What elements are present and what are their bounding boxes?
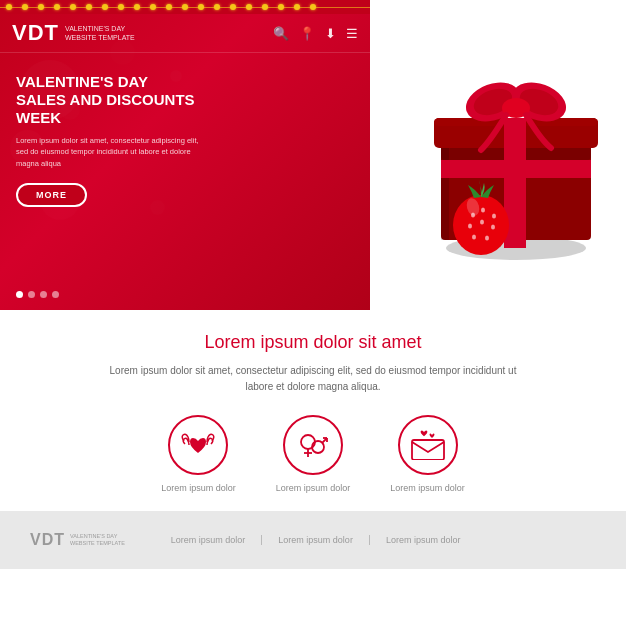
hero-content: VALENTINE'S DAY SALES AND DISCOUNTS WEEK…: [0, 53, 370, 227]
logo-text-block: VALENTINE'S DAY WEBSITE TEMPLATE: [65, 24, 135, 42]
footer-logo-vdt: VDT: [30, 531, 65, 549]
nav-icons: 🔍 📍 ⬇ ☰: [273, 26, 358, 41]
light-dot: [278, 4, 284, 10]
footer-logo: VDT VALENTINE'S DAY WEBSITE TEMPLATE: [30, 531, 125, 549]
middle-title: Lorem ipsum dolor sit amet: [40, 332, 586, 353]
dot-1[interactable]: [16, 291, 23, 298]
middle-section: Lorem ipsum dolor sit amet Lorem ipsum d…: [0, 310, 626, 511]
icon-card-1: Lorem ipsum dolor: [161, 415, 236, 493]
svg-rect-8: [441, 160, 591, 178]
middle-description: Lorem ipsum dolor sit amet, consectetur …: [103, 363, 523, 395]
logo-text-line2: WEBSITE TEMPLATE: [65, 33, 135, 42]
footer: VDT VALENTINE'S DAY WEBSITE TEMPLATE Lor…: [0, 511, 626, 569]
menu-icon[interactable]: ☰: [346, 26, 358, 41]
icon-card-2: Lorem ipsum dolor: [276, 415, 351, 493]
gift-box-svg: [386, 30, 606, 270]
dot-3[interactable]: [40, 291, 47, 298]
light-dot: [294, 4, 300, 10]
footer-link-2[interactable]: Lorem ipsum dolor: [262, 535, 370, 545]
download-icon[interactable]: ⬇: [325, 26, 336, 41]
hero-title: VALENTINE'S DAY SALES AND DISCOUNTS WEEK: [16, 73, 196, 127]
icon-card-2-label: Lorem ipsum dolor: [276, 483, 351, 493]
logo-area: VDT VALENTINE'S DAY WEBSITE TEMPLATE: [12, 20, 273, 46]
dot-2[interactable]: [28, 291, 35, 298]
light-dot: [246, 4, 252, 10]
svg-point-22: [485, 236, 489, 241]
gender-icon: [296, 429, 330, 461]
svg-point-21: [472, 235, 476, 240]
svg-rect-31: [412, 440, 444, 460]
heart-wings-icon-circle: [168, 415, 228, 475]
footer-links: Lorem ipsum dolor Lorem ipsum dolor Lore…: [155, 535, 596, 545]
icon-card-3-label: Lorem ipsum dolor: [390, 483, 465, 493]
light-dot: [150, 4, 156, 10]
footer-link-1[interactable]: Lorem ipsum dolor: [155, 535, 263, 545]
footer-logo-text-line2: WEBSITE TEMPLATE: [70, 540, 125, 547]
svg-point-17: [492, 214, 496, 219]
light-dot: [6, 4, 12, 10]
nav-bar: VDT VALENTINE'S DAY WEBSITE TEMPLATE 🔍 📍…: [0, 14, 370, 53]
light-dot: [230, 4, 236, 10]
light-dot: [118, 4, 124, 10]
light-dot: [22, 4, 28, 10]
gender-icon-circle: [283, 415, 343, 475]
svg-point-18: [468, 224, 472, 229]
light-dot: [86, 4, 92, 10]
svg-point-20: [491, 225, 495, 230]
dot-4[interactable]: [52, 291, 59, 298]
envelope-hearts-icon: [410, 430, 446, 460]
heart-wings-icon: [181, 431, 215, 459]
light-dot: [214, 4, 220, 10]
gift-box-container: [386, 30, 606, 270]
light-dot: [134, 4, 140, 10]
logo-vdt: VDT: [12, 20, 59, 46]
icon-card-1-label: Lorem ipsum dolor: [161, 483, 236, 493]
location-icon[interactable]: 📍: [299, 26, 315, 41]
light-dot: [70, 4, 76, 10]
light-dot: [54, 4, 60, 10]
light-dot: [182, 4, 188, 10]
svg-point-19: [480, 220, 484, 225]
svg-point-16: [481, 208, 485, 213]
footer-logo-text-line1: VALENTINE'S DAY: [70, 533, 125, 540]
icon-card-3: Lorem ipsum dolor: [390, 415, 465, 493]
light-dot: [166, 4, 172, 10]
svg-rect-3: [441, 140, 449, 240]
footer-link-3[interactable]: Lorem ipsum dolor: [370, 535, 477, 545]
envelope-hearts-icon-circle: [398, 415, 458, 475]
svg-point-14: [453, 195, 509, 255]
top-section: VDT VALENTINE'S DAY WEBSITE TEMPLATE 🔍 📍…: [0, 0, 626, 310]
icon-cards: Lorem ipsum dolor Lorem ipsum dolor: [40, 415, 586, 493]
hero-description: Lorem ipsum dolor sit amet, consectetur …: [16, 135, 211, 169]
hero-section: VDT VALENTINE'S DAY WEBSITE TEMPLATE 🔍 📍…: [0, 0, 370, 310]
light-dot: [198, 4, 204, 10]
lights-bar: [0, 0, 370, 14]
light-dot: [262, 4, 268, 10]
hero-dots: [16, 291, 59, 298]
logo-text-line1: VALENTINE'S DAY: [65, 24, 135, 33]
light-dot: [102, 4, 108, 10]
light-dot: [38, 4, 44, 10]
light-dot: [310, 4, 316, 10]
footer-logo-text-block: VALENTINE'S DAY WEBSITE TEMPLATE: [70, 533, 125, 547]
more-button[interactable]: MORE: [16, 183, 87, 207]
svg-rect-6: [504, 118, 526, 148]
search-icon[interactable]: 🔍: [273, 26, 289, 41]
